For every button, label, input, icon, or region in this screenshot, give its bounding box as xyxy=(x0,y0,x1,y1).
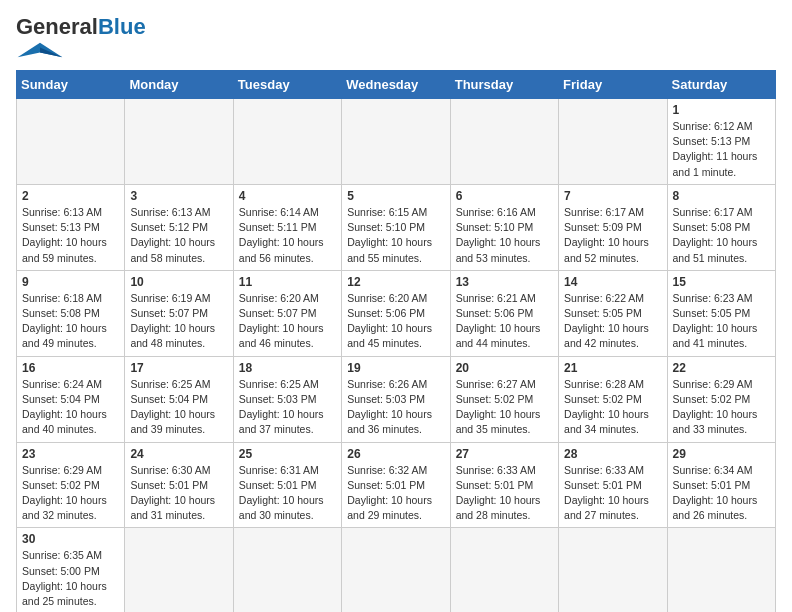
day-number: 23 xyxy=(22,447,119,461)
day-number: 12 xyxy=(347,275,444,289)
day-info: Sunrise: 6:15 AMSunset: 5:10 PMDaylight:… xyxy=(347,205,444,266)
day-info: Sunrise: 6:24 AMSunset: 5:04 PMDaylight:… xyxy=(22,377,119,438)
calendar-cell: 1Sunrise: 6:12 AMSunset: 5:13 PMDaylight… xyxy=(667,99,775,185)
day-info: Sunrise: 6:14 AMSunset: 5:11 PMDaylight:… xyxy=(239,205,336,266)
day-number: 4 xyxy=(239,189,336,203)
calendar-cell: 11Sunrise: 6:20 AMSunset: 5:07 PMDayligh… xyxy=(233,270,341,356)
calendar-cell: 8Sunrise: 6:17 AMSunset: 5:08 PMDaylight… xyxy=(667,184,775,270)
calendar-cell xyxy=(667,528,775,612)
day-info: Sunrise: 6:33 AMSunset: 5:01 PMDaylight:… xyxy=(564,463,661,524)
day-info: Sunrise: 6:23 AMSunset: 5:05 PMDaylight:… xyxy=(673,291,770,352)
day-info: Sunrise: 6:29 AMSunset: 5:02 PMDaylight:… xyxy=(673,377,770,438)
logo-text: GeneralBlue xyxy=(16,16,146,38)
calendar-cell: 25Sunrise: 6:31 AMSunset: 5:01 PMDayligh… xyxy=(233,442,341,528)
calendar-cell: 26Sunrise: 6:32 AMSunset: 5:01 PMDayligh… xyxy=(342,442,450,528)
day-number: 21 xyxy=(564,361,661,375)
day-info: Sunrise: 6:29 AMSunset: 5:02 PMDaylight:… xyxy=(22,463,119,524)
calendar-cell xyxy=(450,528,558,612)
day-number: 6 xyxy=(456,189,553,203)
day-number: 26 xyxy=(347,447,444,461)
day-info: Sunrise: 6:16 AMSunset: 5:10 PMDaylight:… xyxy=(456,205,553,266)
day-number: 29 xyxy=(673,447,770,461)
day-info: Sunrise: 6:13 AMSunset: 5:12 PMDaylight:… xyxy=(130,205,227,266)
day-number: 28 xyxy=(564,447,661,461)
day-info: Sunrise: 6:13 AMSunset: 5:13 PMDaylight:… xyxy=(22,205,119,266)
calendar-cell: 3Sunrise: 6:13 AMSunset: 5:12 PMDaylight… xyxy=(125,184,233,270)
day-number: 7 xyxy=(564,189,661,203)
calendar-cell xyxy=(342,528,450,612)
calendar-cell xyxy=(450,99,558,185)
day-number: 13 xyxy=(456,275,553,289)
day-number: 5 xyxy=(347,189,444,203)
day-info: Sunrise: 6:31 AMSunset: 5:01 PMDaylight:… xyxy=(239,463,336,524)
logo-icon xyxy=(16,40,64,60)
weekday-header-sunday: Sunday xyxy=(17,71,125,99)
calendar-cell: 4Sunrise: 6:14 AMSunset: 5:11 PMDaylight… xyxy=(233,184,341,270)
day-number: 10 xyxy=(130,275,227,289)
day-info: Sunrise: 6:20 AMSunset: 5:07 PMDaylight:… xyxy=(239,291,336,352)
day-number: 22 xyxy=(673,361,770,375)
calendar-cell: 29Sunrise: 6:34 AMSunset: 5:01 PMDayligh… xyxy=(667,442,775,528)
calendar-cell: 28Sunrise: 6:33 AMSunset: 5:01 PMDayligh… xyxy=(559,442,667,528)
day-info: Sunrise: 6:25 AMSunset: 5:03 PMDaylight:… xyxy=(239,377,336,438)
week-row-4: 16Sunrise: 6:24 AMSunset: 5:04 PMDayligh… xyxy=(17,356,776,442)
calendar-cell: 7Sunrise: 6:17 AMSunset: 5:09 PMDaylight… xyxy=(559,184,667,270)
day-number: 1 xyxy=(673,103,770,117)
day-info: Sunrise: 6:28 AMSunset: 5:02 PMDaylight:… xyxy=(564,377,661,438)
calendar-cell: 23Sunrise: 6:29 AMSunset: 5:02 PMDayligh… xyxy=(17,442,125,528)
calendar-cell: 18Sunrise: 6:25 AMSunset: 5:03 PMDayligh… xyxy=(233,356,341,442)
weekday-header-saturday: Saturday xyxy=(667,71,775,99)
day-number: 2 xyxy=(22,189,119,203)
weekday-header-row: SundayMondayTuesdayWednesdayThursdayFrid… xyxy=(17,71,776,99)
calendar-cell: 9Sunrise: 6:18 AMSunset: 5:08 PMDaylight… xyxy=(17,270,125,356)
day-number: 19 xyxy=(347,361,444,375)
day-number: 27 xyxy=(456,447,553,461)
day-info: Sunrise: 6:35 AMSunset: 5:00 PMDaylight:… xyxy=(22,548,119,609)
day-number: 9 xyxy=(22,275,119,289)
day-number: 8 xyxy=(673,189,770,203)
day-info: Sunrise: 6:20 AMSunset: 5:06 PMDaylight:… xyxy=(347,291,444,352)
day-info: Sunrise: 6:12 AMSunset: 5:13 PMDaylight:… xyxy=(673,119,770,180)
calendar-cell xyxy=(559,528,667,612)
logo: GeneralBlue xyxy=(16,16,146,60)
day-number: 16 xyxy=(22,361,119,375)
calendar-cell xyxy=(125,528,233,612)
day-number: 15 xyxy=(673,275,770,289)
day-info: Sunrise: 6:27 AMSunset: 5:02 PMDaylight:… xyxy=(456,377,553,438)
week-row-6: 30Sunrise: 6:35 AMSunset: 5:00 PMDayligh… xyxy=(17,528,776,612)
calendar-cell xyxy=(342,99,450,185)
day-number: 25 xyxy=(239,447,336,461)
calendar-cell: 10Sunrise: 6:19 AMSunset: 5:07 PMDayligh… xyxy=(125,270,233,356)
week-row-2: 2Sunrise: 6:13 AMSunset: 5:13 PMDaylight… xyxy=(17,184,776,270)
day-info: Sunrise: 6:21 AMSunset: 5:06 PMDaylight:… xyxy=(456,291,553,352)
calendar-cell: 15Sunrise: 6:23 AMSunset: 5:05 PMDayligh… xyxy=(667,270,775,356)
calendar-cell: 30Sunrise: 6:35 AMSunset: 5:00 PMDayligh… xyxy=(17,528,125,612)
calendar-cell: 13Sunrise: 6:21 AMSunset: 5:06 PMDayligh… xyxy=(450,270,558,356)
day-number: 3 xyxy=(130,189,227,203)
weekday-header-tuesday: Tuesday xyxy=(233,71,341,99)
calendar-cell: 2Sunrise: 6:13 AMSunset: 5:13 PMDaylight… xyxy=(17,184,125,270)
calendar-cell xyxy=(233,99,341,185)
day-info: Sunrise: 6:17 AMSunset: 5:09 PMDaylight:… xyxy=(564,205,661,266)
calendar-cell: 16Sunrise: 6:24 AMSunset: 5:04 PMDayligh… xyxy=(17,356,125,442)
calendar-cell: 5Sunrise: 6:15 AMSunset: 5:10 PMDaylight… xyxy=(342,184,450,270)
day-number: 30 xyxy=(22,532,119,546)
calendar-cell: 20Sunrise: 6:27 AMSunset: 5:02 PMDayligh… xyxy=(450,356,558,442)
week-row-3: 9Sunrise: 6:18 AMSunset: 5:08 PMDaylight… xyxy=(17,270,776,356)
calendar-cell xyxy=(559,99,667,185)
day-number: 18 xyxy=(239,361,336,375)
day-info: Sunrise: 6:30 AMSunset: 5:01 PMDaylight:… xyxy=(130,463,227,524)
calendar-cell: 21Sunrise: 6:28 AMSunset: 5:02 PMDayligh… xyxy=(559,356,667,442)
day-info: Sunrise: 6:22 AMSunset: 5:05 PMDaylight:… xyxy=(564,291,661,352)
calendar-cell: 12Sunrise: 6:20 AMSunset: 5:06 PMDayligh… xyxy=(342,270,450,356)
page-header: GeneralBlue xyxy=(16,16,776,60)
day-number: 11 xyxy=(239,275,336,289)
day-number: 24 xyxy=(130,447,227,461)
weekday-header-monday: Monday xyxy=(125,71,233,99)
day-number: 17 xyxy=(130,361,227,375)
week-row-1: 1Sunrise: 6:12 AMSunset: 5:13 PMDaylight… xyxy=(17,99,776,185)
calendar-cell: 17Sunrise: 6:25 AMSunset: 5:04 PMDayligh… xyxy=(125,356,233,442)
weekday-header-thursday: Thursday xyxy=(450,71,558,99)
calendar-table: SundayMondayTuesdayWednesdayThursdayFrid… xyxy=(16,70,776,612)
day-info: Sunrise: 6:25 AMSunset: 5:04 PMDaylight:… xyxy=(130,377,227,438)
